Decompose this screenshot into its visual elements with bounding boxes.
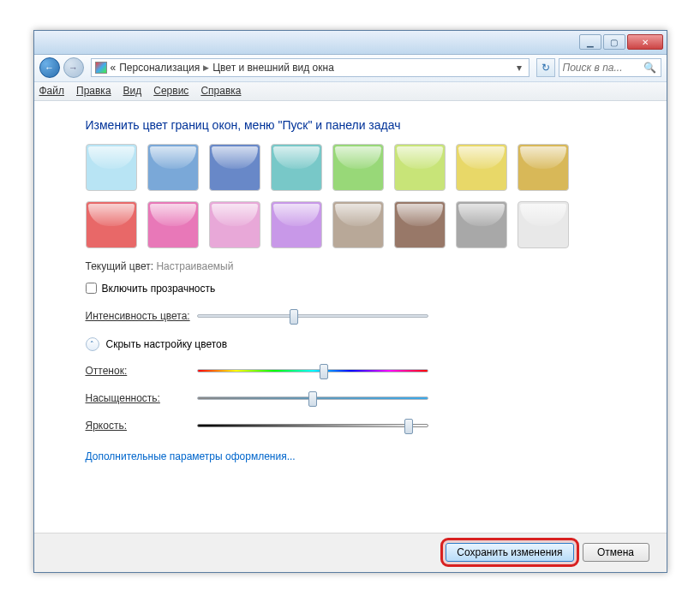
save-button[interactable]: Сохранить изменения [446, 543, 573, 562]
transparency-checkbox[interactable] [86, 283, 97, 294]
intensity-thumb[interactable] [290, 309, 298, 325]
color-swatch[interactable] [147, 144, 199, 191]
hue-label: Оттенок: [86, 365, 197, 377]
close-button[interactable]: ✕ [627, 34, 663, 50]
breadcrumb-parent[interactable]: Персонализация [119, 62, 200, 74]
intensity-slider[interactable] [197, 314, 428, 318]
titlebar: ▁ ▢ ✕ [34, 31, 667, 55]
footer-bar: Сохранить изменения Отмена [34, 533, 667, 572]
transparency-row: Включить прозрачность [86, 283, 632, 295]
color-swatch[interactable] [518, 144, 569, 191]
back-button[interactable]: ← [39, 57, 60, 78]
forward-button[interactable]: → [63, 57, 84, 78]
color-swatch[interactable] [456, 144, 507, 191]
address-dropdown-icon[interactable]: ▾ [513, 62, 525, 74]
menu-view[interactable]: Вид [123, 85, 142, 97]
menu-tools[interactable]: Сервис [153, 85, 188, 97]
menu-file[interactable]: Файл [39, 85, 65, 97]
brightness-thumb[interactable] [404, 419, 413, 434]
search-box[interactable]: 🔍 [559, 58, 661, 77]
menu-bar: Файл Правка Вид Сервис Справка [34, 82, 667, 101]
brightness-row: Яркость: [86, 420, 632, 432]
color-swatch[interactable] [86, 144, 137, 191]
transparency-label: Включить прозрачность [102, 283, 216, 295]
personalization-icon [95, 62, 107, 74]
color-swatch[interactable] [147, 201, 199, 248]
maximize-button[interactable]: ▢ [603, 34, 625, 50]
current-color-row: Текущий цвет: Настраиваемый [86, 260, 632, 272]
breadcrumb-current[interactable]: Цвет и внешний вид окна [212, 62, 334, 74]
intensity-label: Интенсивность цвета: [86, 310, 197, 322]
toggle-label: Скрыть настройку цветов [106, 338, 228, 350]
hue-row: Оттенок: [86, 365, 632, 377]
brightness-slider[interactable] [197, 424, 428, 427]
menu-help[interactable]: Справка [200, 85, 241, 97]
nav-toolbar: ← → « Персонализация ▶ Цвет и внешний ви… [34, 55, 667, 82]
color-swatch[interactable] [332, 144, 384, 191]
hue-thumb[interactable] [320, 364, 328, 379]
address-bar[interactable]: « Персонализация ▶ Цвет и внешний вид ок… [91, 58, 529, 77]
color-swatch-grid [86, 144, 617, 248]
color-swatch[interactable] [271, 201, 322, 248]
color-swatch[interactable] [518, 201, 569, 248]
color-swatch[interactable] [394, 201, 446, 248]
hue-slider[interactable] [197, 369, 428, 373]
color-swatch[interactable] [456, 201, 507, 248]
breadcrumb-prefix: « [111, 62, 117, 74]
color-swatch[interactable] [86, 201, 137, 248]
minimize-button[interactable]: ▁ [579, 34, 601, 50]
color-swatch[interactable] [332, 201, 384, 248]
cancel-button[interactable]: Отмена [583, 543, 649, 562]
page-title: Изменить цвет границ окон, меню "Пуск" и… [86, 118, 632, 132]
saturation-row: Насыщенность: [86, 392, 632, 404]
intensity-row: Интенсивность цвета: [86, 310, 632, 322]
color-swatch[interactable] [394, 144, 446, 191]
menu-edit[interactable]: Правка [76, 85, 111, 97]
search-icon: 🔍 [643, 62, 656, 74]
chevron-up-icon: ˄ [86, 337, 99, 351]
saturation-thumb[interactable] [308, 391, 317, 407]
search-input[interactable] [563, 62, 640, 74]
current-color-label: Текущий цвет: [86, 260, 154, 272]
color-settings-toggle[interactable]: ˄ Скрыть настройку цветов [86, 337, 632, 351]
color-swatch[interactable] [271, 144, 322, 191]
refresh-button[interactable]: ↻ [536, 58, 555, 77]
advanced-settings-link[interactable]: Дополнительные параметры оформления... [86, 450, 296, 462]
content-area: Изменить цвет границ окон, меню "Пуск" и… [34, 101, 667, 533]
saturation-slider[interactable] [197, 396, 428, 400]
chevron-right-icon: ▶ [203, 63, 209, 72]
brightness-label: Яркость: [86, 420, 197, 432]
saturation-label: Насыщенность: [86, 392, 197, 404]
color-swatch[interactable] [209, 201, 260, 248]
current-color-value: Настраиваемый [156, 260, 233, 272]
window-frame: ▁ ▢ ✕ ← → « Персонализация ▶ Цвет и внеш… [33, 30, 667, 573]
color-swatch[interactable] [209, 144, 260, 191]
